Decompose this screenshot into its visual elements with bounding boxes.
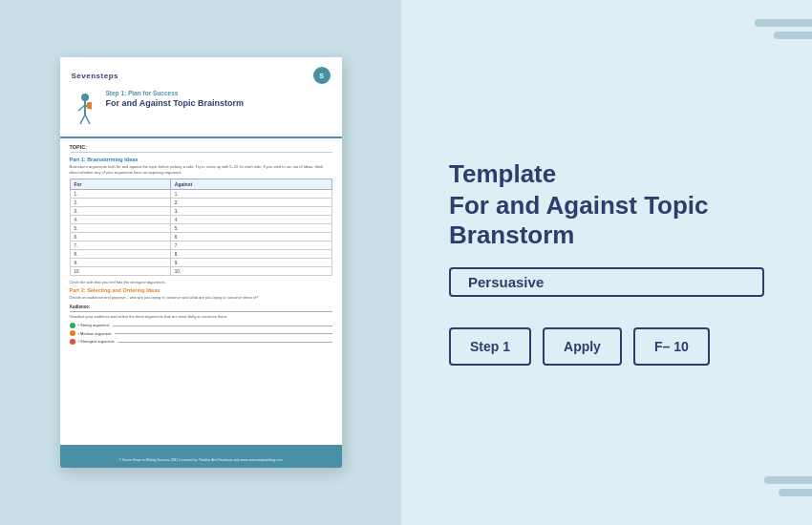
circle-note: Circle the side that you feel has the st… bbox=[70, 280, 332, 284]
table-row: 2.2. bbox=[70, 199, 331, 207]
step1-button[interactable]: Step 1 bbox=[449, 327, 531, 366]
table-row: 9.9. bbox=[70, 259, 331, 267]
right-panel: Template For and Against Topic Branstorm… bbox=[401, 0, 812, 525]
svg-rect-6 bbox=[87, 102, 92, 109]
bullet-row: • Strong argument: bbox=[70, 323, 332, 328]
part2-instruction: Decide on audience and purpose – who are… bbox=[70, 295, 332, 301]
template-title: For and Against Topic Branstorm bbox=[449, 191, 764, 250]
doc-figure bbox=[72, 90, 98, 133]
audience-label: Audience: bbox=[70, 304, 332, 309]
table-row: 7.7. bbox=[70, 242, 331, 250]
doc-brand: Sevensteps S bbox=[72, 67, 331, 84]
stick-figure bbox=[75, 92, 96, 132]
table-row: 4.4. bbox=[70, 216, 331, 224]
bullets-container: • Strong argument:• Medium argument:• St… bbox=[70, 323, 332, 345]
brand-logo: S bbox=[313, 67, 331, 84]
bullet-row: • Medium argument: bbox=[70, 330, 332, 336]
doc-header: Sevensteps S bbox=[60, 57, 342, 138]
table-row: 5.5. bbox=[70, 224, 331, 233]
bullet-dot-green bbox=[70, 323, 75, 328]
topic-row: TOPIC: bbox=[70, 144, 332, 153]
doc-header-content: Step 1: Plan for Success For and Against… bbox=[72, 90, 331, 133]
svg-line-5 bbox=[85, 115, 90, 124]
doc-body: TOPIC: Part 1: Brainstorming Ideas Brain… bbox=[60, 138, 342, 445]
bullet-dot-yellow bbox=[70, 330, 75, 336]
document-preview: Sevensteps S bbox=[60, 57, 342, 468]
part1-instruction: Brainstorm arguments both for and agains… bbox=[70, 164, 332, 175]
part1-title: Part 1: Brainstorming Ideas bbox=[70, 157, 332, 162]
brand-logo-text: S bbox=[319, 73, 324, 79]
level-button[interactable]: F– 10 bbox=[633, 327, 710, 366]
bullet-label: • Medium argument: bbox=[78, 331, 113, 336]
brainstorm-table: For Against 1.1.2.2.3.3.4.4.5.5.6.6.7.7.… bbox=[70, 178, 332, 276]
svg-line-4 bbox=[80, 115, 85, 124]
table-row: 10.10. bbox=[70, 267, 331, 276]
bullet-row: • Strongest argument: bbox=[70, 339, 332, 345]
svg-point-0 bbox=[81, 94, 89, 101]
bullet-dot-red bbox=[70, 339, 75, 345]
deco-top-right bbox=[755, 19, 812, 39]
bullet-label: • Strongest argument: bbox=[78, 339, 116, 344]
tag-badge: Persuasive bbox=[449, 267, 764, 297]
visualize-text: Visualise your audience and select the t… bbox=[70, 314, 332, 320]
left-panel: Sevensteps S bbox=[0, 0, 401, 525]
bullet-label: • Strong argument: bbox=[78, 323, 110, 327]
brand-name: Sevensteps bbox=[72, 72, 118, 80]
footer-text: © Seven Steps to Writing Success 2021 Li… bbox=[118, 458, 282, 462]
bullet-line bbox=[118, 342, 331, 343]
deco-bottom-right bbox=[764, 476, 812, 496]
doc-main-title: For and Against Topic Brainstorm bbox=[106, 98, 331, 109]
apply-button[interactable]: Apply bbox=[543, 327, 622, 366]
table-row: 1.1. bbox=[70, 190, 331, 199]
doc-step-label: Step 1: Plan for Success bbox=[106, 90, 331, 96]
table-row: 3.3. bbox=[70, 207, 331, 216]
table-row: 6.6. bbox=[70, 233, 331, 242]
doc-title-section: Step 1: Plan for Success For and Against… bbox=[106, 90, 331, 109]
deco-bar-bottom-2 bbox=[779, 489, 812, 496]
bullet-line bbox=[115, 333, 331, 334]
col-against: Against bbox=[170, 179, 331, 190]
svg-line-2 bbox=[78, 105, 85, 111]
deco-bar-bottom-1 bbox=[764, 476, 812, 484]
part2-title: Part 2: Selecting and Ordering Ideas bbox=[70, 287, 332, 293]
col-for: For bbox=[70, 179, 170, 190]
bullet-line bbox=[113, 326, 332, 326]
action-buttons: Step 1 Apply F– 10 bbox=[449, 327, 764, 366]
template-label: Template bbox=[449, 159, 764, 189]
audience-line bbox=[70, 311, 332, 312]
doc-footer: © Seven Steps to Writing Success 2021 Li… bbox=[60, 445, 342, 468]
deco-bar-1 bbox=[755, 19, 812, 27]
table-row: 8.8. bbox=[70, 250, 331, 259]
deco-bar-2 bbox=[774, 32, 812, 39]
